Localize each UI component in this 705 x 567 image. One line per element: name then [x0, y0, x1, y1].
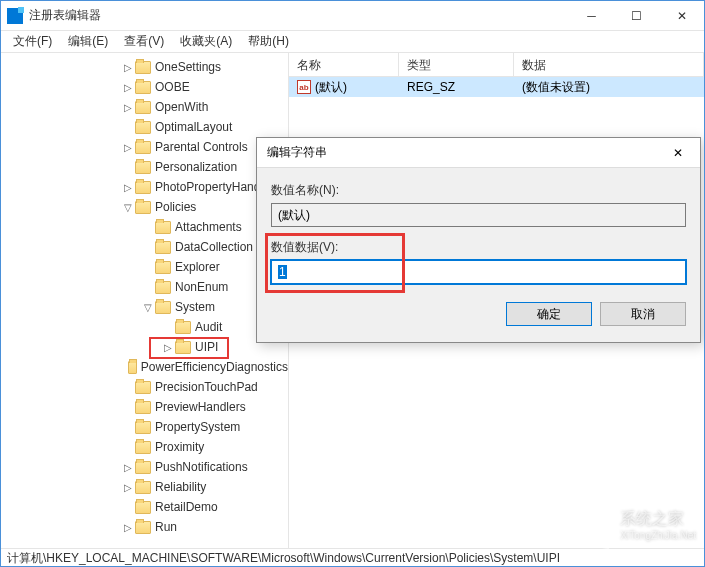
cancel-button[interactable]: 取消	[600, 302, 686, 326]
ok-button[interactable]: 确定	[506, 302, 592, 326]
tree-label: Run	[155, 520, 177, 534]
tree-item[interactable]: Attachments	[1, 217, 288, 237]
dialog-title: 编辑字符串	[267, 144, 655, 161]
col-name[interactable]: 名称	[289, 53, 399, 76]
folder-icon	[175, 321, 191, 334]
dialog-close-button[interactable]: ✕	[655, 138, 700, 167]
row-name: (默认)	[315, 79, 347, 96]
folder-icon	[155, 221, 171, 234]
tree-item[interactable]: ▷Parental Controls	[1, 137, 288, 157]
expander-icon[interactable]: ▷	[121, 62, 135, 73]
close-button[interactable]: ✕	[659, 1, 704, 30]
folder-icon	[135, 521, 151, 534]
folder-icon	[155, 241, 171, 254]
tree-item[interactable]: ▷Reliability	[1, 477, 288, 497]
tree-label: Reliability	[155, 480, 206, 494]
folder-icon	[155, 261, 171, 274]
tree-item[interactable]: ▷UIPI	[1, 337, 288, 357]
tree-item[interactable]: ▽System	[1, 297, 288, 317]
menu-help[interactable]: 帮助(H)	[240, 31, 297, 52]
value-name-label: 数值名称(N):	[271, 182, 686, 199]
folder-icon	[135, 461, 151, 474]
tree-pane[interactable]: ▷OneSettings▷OOBE▷OpenWithOptimalLayout▷…	[1, 53, 289, 548]
tree-label: PushNotifications	[155, 460, 248, 474]
value-name-input[interactable]	[271, 203, 686, 227]
tree-highlight	[149, 337, 229, 359]
row-data: (数值未设置)	[514, 79, 704, 96]
tree-item[interactable]: Proximity	[1, 437, 288, 457]
expander-icon[interactable]: ▷	[121, 482, 135, 493]
expander-icon[interactable]: ▽	[121, 202, 135, 213]
tree-label: OpenWith	[155, 100, 208, 114]
dialog-titlebar[interactable]: 编辑字符串 ✕	[257, 138, 700, 168]
string-value-icon: ab	[297, 80, 311, 94]
list-row[interactable]: ab (默认) REG_SZ (数值未设置)	[289, 77, 704, 97]
menu-edit[interactable]: 编辑(E)	[60, 31, 116, 52]
data-field-highlight	[265, 233, 405, 293]
tree-item[interactable]: PreviewHandlers	[1, 397, 288, 417]
expander-icon[interactable]: ▷	[121, 82, 135, 93]
folder-icon	[135, 421, 151, 434]
tree-label: Audit	[195, 320, 222, 334]
tree-item[interactable]: RetailDemo	[1, 497, 288, 517]
tree-item[interactable]: ▷PhotoPropertyHandler	[1, 177, 288, 197]
tree-item[interactable]: Audit	[1, 317, 288, 337]
tree-item[interactable]: NonEnum	[1, 277, 288, 297]
tree-label: NonEnum	[175, 280, 228, 294]
folder-icon	[135, 101, 151, 114]
folder-icon	[135, 401, 151, 414]
tree-item[interactable]: ▷OneSettings	[1, 57, 288, 77]
col-data[interactable]: 数据	[514, 53, 704, 76]
maximize-button[interactable]: ☐	[614, 1, 659, 30]
tree-item[interactable]: ▽Policies	[1, 197, 288, 217]
list-header: 名称 类型 数据	[289, 53, 704, 77]
tree-label: Parental Controls	[155, 140, 248, 154]
expander-icon[interactable]: ▽	[141, 302, 155, 313]
minimize-button[interactable]: ─	[569, 1, 614, 30]
menu-file[interactable]: 文件(F)	[5, 31, 60, 52]
tree-item[interactable]: DataCollection	[1, 237, 288, 257]
folder-icon	[135, 441, 151, 454]
tree-item[interactable]: PropertySystem	[1, 417, 288, 437]
edit-string-dialog: 编辑字符串 ✕ 数值名称(N): 数值数据(V): 1 确定 取消	[256, 137, 701, 343]
menu-view[interactable]: 查看(V)	[116, 31, 172, 52]
tree-item[interactable]: PrecisionTouchPad	[1, 377, 288, 397]
titlebar: 注册表编辑器 ─ ☐ ✕	[1, 1, 704, 31]
menubar: 文件(F) 编辑(E) 查看(V) 收藏夹(A) 帮助(H)	[1, 31, 704, 53]
tree-item[interactable]: PowerEfficiencyDiagnostics	[1, 357, 288, 377]
tree-item[interactable]: OptimalLayout	[1, 117, 288, 137]
folder-icon	[135, 61, 151, 74]
tree-item[interactable]: ▷OOBE	[1, 77, 288, 97]
expander-icon[interactable]: ▷	[121, 182, 135, 193]
folder-icon	[135, 161, 151, 174]
tree-label: OneSettings	[155, 60, 221, 74]
folder-icon	[135, 121, 151, 134]
tree-label: PropertySystem	[155, 420, 240, 434]
statusbar: 计算机\HKEY_LOCAL_MACHINE\SOFTWARE\Microsof…	[1, 548, 704, 566]
col-type[interactable]: 类型	[399, 53, 514, 76]
tree-label: RetailDemo	[155, 500, 218, 514]
window-title: 注册表编辑器	[29, 7, 569, 24]
tree-label: OOBE	[155, 80, 190, 94]
tree-label: PrecisionTouchPad	[155, 380, 258, 394]
folder-icon	[135, 141, 151, 154]
expander-icon[interactable]: ▷	[121, 102, 135, 113]
menu-favorites[interactable]: 收藏夹(A)	[172, 31, 240, 52]
expander-icon[interactable]: ▷	[121, 522, 135, 533]
folder-icon	[135, 481, 151, 494]
row-type: REG_SZ	[399, 80, 514, 94]
expander-icon[interactable]: ▷	[121, 462, 135, 473]
tree-label: Policies	[155, 200, 196, 214]
tree-label: PreviewHandlers	[155, 400, 246, 414]
tree-label: Attachments	[175, 220, 242, 234]
folder-icon	[155, 281, 171, 294]
folder-icon	[135, 501, 151, 514]
tree-item[interactable]: ▷OpenWith	[1, 97, 288, 117]
app-icon	[7, 8, 23, 24]
tree-item[interactable]: Personalization	[1, 157, 288, 177]
expander-icon[interactable]: ▷	[121, 142, 135, 153]
tree-item[interactable]: ▷Run	[1, 517, 288, 537]
tree-item[interactable]: Explorer	[1, 257, 288, 277]
tree-label: Personalization	[155, 160, 237, 174]
tree-item[interactable]: ▷PushNotifications	[1, 457, 288, 477]
